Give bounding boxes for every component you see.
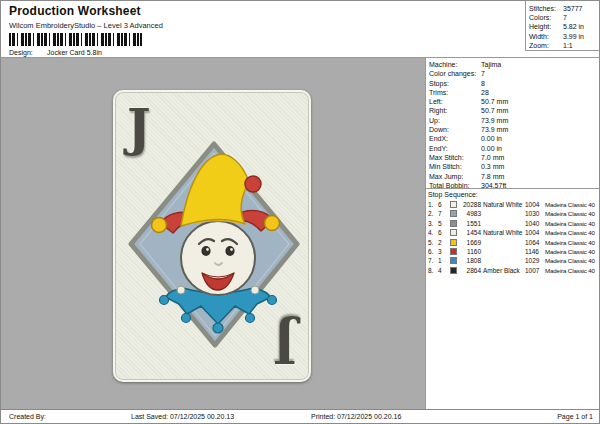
thread-code: 1004 xyxy=(525,200,545,209)
info-label: Min Stitch: xyxy=(429,162,481,171)
thread-brand: Madeira Classic 40 xyxy=(545,238,595,247)
page-number: Page 1 of 1 xyxy=(557,413,593,420)
info-value: Tajima xyxy=(481,60,501,69)
thread-code: 1064 xyxy=(525,238,545,247)
summary-box: Stitches: 35777 Colors: 7 Height: 5.82 i… xyxy=(525,1,599,51)
info-value: 7.8 mm xyxy=(481,172,504,181)
row-number: 1. xyxy=(428,200,438,209)
row-number: 4. xyxy=(428,228,438,237)
row-number: 8. xyxy=(428,266,438,275)
info-row: Zoom: 1:1 xyxy=(529,41,599,50)
row-number: 7. xyxy=(428,256,438,265)
thread-description: Natural White xyxy=(483,200,525,209)
info-label: Color changes: xyxy=(429,69,481,78)
row-number: 3. xyxy=(428,219,438,228)
info-value: 7.0 mm xyxy=(481,153,504,162)
thread-color-swatch xyxy=(450,239,457,246)
info-label: Up: xyxy=(429,116,481,125)
created-by-label: Created By: xyxy=(9,413,46,420)
info-row: Colors: 7 xyxy=(529,13,599,22)
worksheet-header: Production Worksheet Wilcom EmbroiderySt… xyxy=(1,1,599,57)
thread-code: 1007 xyxy=(525,266,545,275)
stop-sequence-section: Stop Sequence: 1. 6 20288 Natural White … xyxy=(426,188,599,275)
stitch-count: 1808 xyxy=(461,256,483,265)
thread-brand: Madeira Classic 40 xyxy=(545,228,595,237)
thread-description xyxy=(483,209,525,218)
info-label: Width: xyxy=(529,32,563,41)
thread-description xyxy=(483,238,525,247)
stitch-count: 4983 xyxy=(461,209,483,218)
info-value: 7 xyxy=(563,13,567,22)
info-row: Stitches: 35777 xyxy=(529,4,599,13)
info-row: Max Jump: 7.8 mm xyxy=(429,172,599,181)
info-value: 73.9 mm xyxy=(481,116,508,125)
thread-brand: Madeira Classic 40 xyxy=(545,266,595,275)
info-label: Max Stitch: xyxy=(429,153,481,162)
thread-color-swatch xyxy=(450,210,457,217)
thread-brand: Madeira Classic 40 xyxy=(545,200,595,209)
info-label: EndX: xyxy=(429,134,481,143)
needle-number: 3 xyxy=(438,247,450,256)
info-label: EndY: xyxy=(429,144,481,153)
stop-sequence-row: 3. 5 1551 1040 Madeira Classic 40 xyxy=(428,219,599,228)
thread-brand: Madeira Classic 40 xyxy=(545,209,595,218)
thread-description xyxy=(483,247,525,256)
design-value: Jocker Card 5.8in xyxy=(47,49,102,56)
thread-color-swatch xyxy=(450,248,457,255)
info-value: 50.7 mm xyxy=(481,97,508,106)
machine-info: Machine: Tajima Color changes: 7 Stops: … xyxy=(426,58,599,188)
info-row: Machine: Tajima xyxy=(429,60,599,69)
needle-number: 6 xyxy=(438,228,450,237)
stitch-count: 2864 xyxy=(461,266,483,275)
stitch-count: 1160 xyxy=(461,247,483,256)
thread-description xyxy=(483,256,525,265)
row-number: 2. xyxy=(428,209,438,218)
needle-number: 5 xyxy=(438,219,450,228)
info-label: Colors: xyxy=(529,13,563,22)
design-name-row: Design: Jocker Card 5.8in xyxy=(9,49,525,56)
thread-description: Amber Black xyxy=(483,266,525,275)
last-saved-text: Last Saved: 07/12/2025 00.20.13 xyxy=(131,413,234,420)
info-label: Height: xyxy=(529,22,563,31)
thread-description: Natural White xyxy=(483,228,525,237)
thread-brand: Madeira Classic 40 xyxy=(545,256,595,265)
thread-color-swatch xyxy=(450,229,457,236)
thread-color-swatch xyxy=(450,220,457,227)
info-value: 1:1 xyxy=(563,41,573,50)
info-panel: Machine: Tajima Color changes: 7 Stops: … xyxy=(425,58,599,409)
barcode-image xyxy=(9,33,142,46)
thread-code: 1040 xyxy=(525,219,545,228)
info-value: 28 xyxy=(481,88,489,97)
info-row: Max Stitch: 7.0 mm xyxy=(429,153,599,162)
needle-number: 6 xyxy=(438,200,450,209)
stop-sequence-row: 2. 7 4983 1030 Madeira Classic 40 xyxy=(428,209,599,218)
info-value: 3.99 in xyxy=(563,32,584,41)
info-row: EndY: 0.00 in xyxy=(429,144,599,153)
row-number: 5. xyxy=(428,238,438,247)
info-row: Down: 73.9 mm xyxy=(429,125,599,134)
info-row: EndX: 0.00 in xyxy=(429,134,599,143)
info-row: Min Stitch: 0.3 mm xyxy=(429,162,599,171)
info-label: Total Bobbin: xyxy=(429,181,481,190)
stitch-count: 1669 xyxy=(461,238,483,247)
needle-number: 1 xyxy=(438,256,450,265)
needle-number: 2 xyxy=(438,238,450,247)
design-label: Design: xyxy=(9,49,47,56)
info-row: Width: 3.99 in xyxy=(529,32,599,41)
stop-sequence-row: 5. 2 1669 1064 Madeira Classic 40 xyxy=(428,238,599,247)
info-label: Machine: xyxy=(429,60,481,69)
thread-code: 1146 xyxy=(525,247,545,256)
info-row: Right: 50.7 mm xyxy=(429,106,599,115)
production-worksheet-page: Production Worksheet Wilcom EmbroiderySt… xyxy=(0,0,600,424)
header-left: Production Worksheet Wilcom EmbroiderySt… xyxy=(1,1,525,57)
row-number: 6. xyxy=(428,247,438,256)
thread-color-swatch xyxy=(450,201,457,208)
info-value: 8 xyxy=(481,79,485,88)
info-row: Up: 73.9 mm xyxy=(429,116,599,125)
needle-number: 4 xyxy=(438,266,450,275)
stop-sequence-row: 8. 4 2864 Amber Black 1007 Madeira Class… xyxy=(428,266,599,275)
info-row: Left: 50.7 mm xyxy=(429,97,599,106)
info-value: 0.00 in xyxy=(481,144,502,153)
thread-code: 1029 xyxy=(525,256,545,265)
info-value: 304.57ft xyxy=(481,181,506,190)
